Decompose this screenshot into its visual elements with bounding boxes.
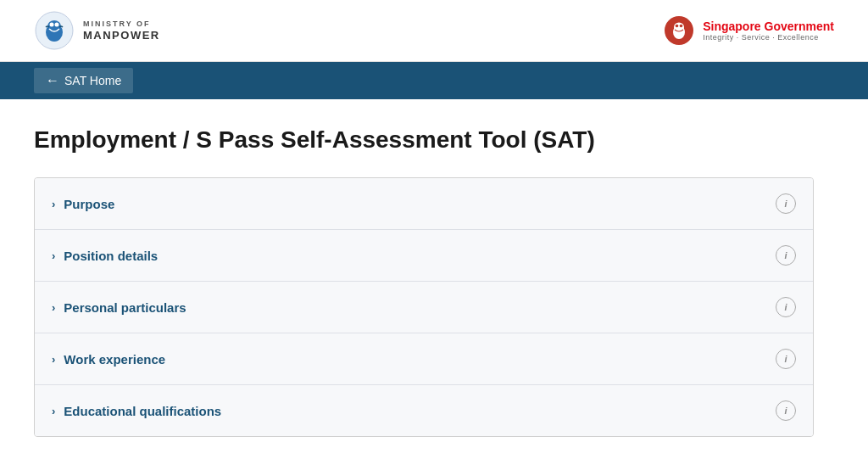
info-icon: i [776, 349, 796, 369]
sat-home-label: SAT Home [64, 74, 121, 87]
main-content: Employment / S Pass Self-Assessment Tool… [0, 99, 868, 459]
accordion-item-educational-qualifications[interactable]: › Educational qualifications i [35, 385, 813, 436]
back-arrow-icon: ← [46, 73, 59, 88]
sat-home-button[interactable]: ← SAT Home [34, 68, 133, 93]
chevron-right-icon: › [52, 198, 55, 210]
info-icon: i [776, 297, 796, 317]
sg-gov-text: Singapore Government Integrity · Service… [703, 20, 834, 42]
accordion-left: › Personal particulars [52, 300, 186, 315]
accordion-left: › Educational qualifications [52, 404, 221, 418]
accordion-label: Position details [64, 249, 158, 263]
accordion-left: › Position details [52, 249, 158, 263]
chevron-right-icon: › [52, 301, 55, 314]
sg-lion-icon [664, 15, 694, 46]
sg-gov-tagline: Integrity · Service · Excellence [703, 33, 834, 42]
accordion-item-position-details[interactable]: › Position details i [35, 230, 813, 282]
mom-logo: MINISTRY OF MANPOWER [34, 10, 160, 51]
accordion-item-work-experience[interactable]: › Work experience i [35, 333, 813, 385]
accordion-left: › Work experience [52, 352, 165, 367]
info-icon: i [776, 193, 796, 214]
accordion-label: Personal particulars [64, 300, 186, 315]
svg-point-9 [680, 25, 683, 28]
accordion-item-personal-particulars[interactable]: › Personal particulars i [35, 282, 813, 333]
sg-gov-title: Singapore Government [703, 20, 834, 33]
page-title: Employment / S Pass Self-Assessment Tool… [34, 126, 834, 154]
svg-point-4 [55, 23, 59, 27]
svg-point-3 [50, 23, 54, 27]
accordion-container: › Purpose i › Position details i › Perso… [34, 177, 814, 437]
svg-point-2 [47, 20, 61, 32]
accordion-left: › Purpose [52, 197, 114, 211]
chevron-right-icon: › [52, 405, 55, 417]
accordion-item-purpose[interactable]: › Purpose i [35, 178, 813, 230]
header: MINISTRY OF MANPOWER Singapore Governmen… [0, 0, 868, 62]
mom-manpower-label: MANPOWER [83, 29, 160, 42]
chevron-right-icon: › [52, 249, 55, 262]
info-icon: i [776, 400, 796, 421]
mom-logo-icon [34, 10, 75, 51]
svg-point-8 [676, 25, 679, 28]
sg-gov-logo: Singapore Government Integrity · Service… [664, 15, 834, 46]
chevron-right-icon: › [52, 353, 55, 366]
mom-ministry-label: MINISTRY OF [83, 20, 160, 29]
accordion-label: Work experience [64, 352, 165, 367]
accordion-label: Purpose [64, 197, 114, 211]
info-icon: i [776, 245, 796, 266]
accordion-label: Educational qualifications [64, 404, 221, 418]
mom-logo-text: MINISTRY OF MANPOWER [83, 20, 160, 42]
navbar: ← SAT Home [0, 62, 868, 99]
